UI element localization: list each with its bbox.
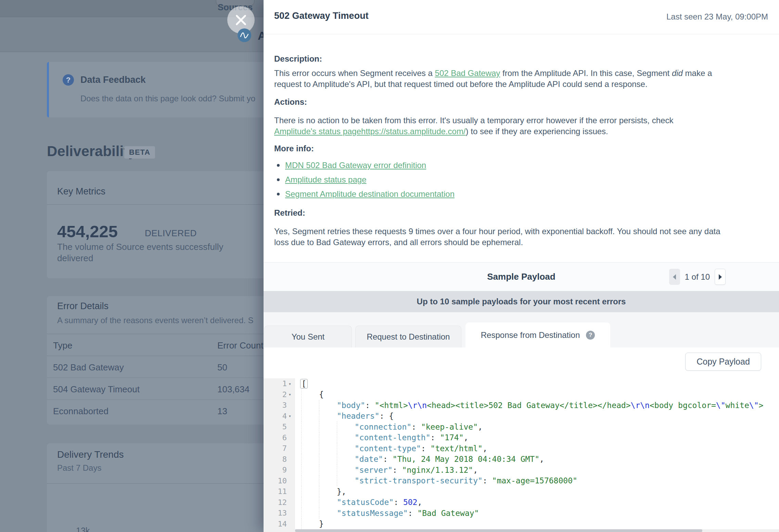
- gutter: 2▾: [264, 389, 295, 400]
- actions-line-2: Amplitude's status pagehttps://status.am…: [274, 126, 760, 137]
- cell-error-type: 502 Bad Gateway: [53, 362, 124, 373]
- indent-guide: [337, 454, 355, 465]
- fold-arrow-icon[interactable]: ▾: [287, 413, 293, 419]
- code-token: :: [383, 455, 393, 464]
- data-feedback-title: Data Feedback: [80, 75, 146, 85]
- code-token: "statusCode": [337, 498, 394, 507]
- link-502-bad-gateway[interactable]: 502 Bad Gateway: [435, 68, 500, 78]
- indent-guide: [337, 465, 355, 476]
- close-icon: [235, 14, 247, 26]
- retried-line-1: Yes, Segment retries these requests 9 ti…: [274, 226, 760, 237]
- code-token: <head><title>502 Bad Gateway</title></he…: [427, 401, 630, 410]
- bullet-icon: [277, 164, 280, 167]
- indent-guide: [301, 508, 319, 519]
- tab-request-to-destination[interactable]: Request to Destination: [355, 326, 461, 347]
- code-content: {: [295, 389, 324, 400]
- code-line: 14}: [264, 519, 779, 530]
- delivered-label: DELIVERED: [145, 228, 197, 239]
- description-label: Description:: [274, 54, 322, 64]
- code-token: "content-length": [355, 433, 431, 442]
- help-icon[interactable]: ?: [586, 331, 595, 340]
- indent-guide: [337, 421, 355, 432]
- scrollbar-thumb[interactable]: [295, 529, 702, 532]
- line-number: 9: [282, 466, 287, 474]
- code-line: 11},: [264, 486, 779, 497]
- list-item: MDN 502 Bad Gateway error definition: [274, 158, 455, 173]
- code-line: 7"content-type": "text/html",: [264, 443, 779, 454]
- tab-sources[interactable]: Sources: [216, 0, 255, 6]
- code-line: 6"content-length": "174",: [264, 432, 779, 443]
- code-line: 12"statusCode": 502,: [264, 497, 779, 508]
- tab-response-from-destination[interactable]: Response from Destination?: [465, 322, 610, 347]
- indent-guide: [301, 389, 319, 400]
- gutter: 6: [264, 432, 295, 443]
- code-line: 2▾{: [264, 389, 779, 400]
- code-token: :: [411, 422, 421, 431]
- code-content: "server": "nginx/1.13.12",: [295, 465, 478, 476]
- line-number: 6: [282, 433, 287, 442]
- indent-guide: [337, 476, 355, 486]
- actions-label: Actions:: [274, 97, 307, 107]
- indent-guide: [301, 411, 319, 422]
- actions-line-1: There is no action to be taken from this…: [274, 115, 760, 126]
- more-info-link[interactable]: MDN 502 Bad Gateway error definition: [285, 161, 426, 170]
- code-line: 10"strict-transport-security": "max-age=…: [264, 476, 779, 486]
- fold-arrow-icon[interactable]: ▾: [287, 392, 293, 397]
- more-info-link[interactable]: Amplitude status page: [285, 175, 366, 185]
- delivered-count: 454,225: [57, 222, 118, 241]
- payload-code-editor[interactable]: 1▾[2▾{3"body": "<html>\r\n<head><title>5…: [264, 378, 779, 529]
- gutter: 3: [264, 400, 295, 411]
- indent-guide: [319, 411, 337, 422]
- cell-error-type: Econnaborted: [53, 406, 108, 417]
- fold-arrow-icon[interactable]: ▾: [287, 381, 293, 387]
- code-token: "connection": [355, 422, 411, 431]
- copy-payload-button[interactable]: Copy Payload: [685, 353, 761, 371]
- data-feedback-body: Does the data on this page look odd? Sub…: [80, 94, 255, 103]
- sample-payload-banner: Up to 10 sample payloads for your most r…: [264, 291, 779, 312]
- pager-previous-button[interactable]: [669, 269, 680, 285]
- code-token: [: [300, 379, 308, 389]
- bullet-icon: [277, 193, 280, 195]
- cell-error-count: 13: [217, 406, 227, 417]
- code-token: "174": [440, 433, 463, 442]
- pager-next-button[interactable]: [715, 269, 726, 285]
- amplitude-logo-icon: [238, 28, 251, 42]
- line-number: 1: [282, 379, 287, 388]
- delivery-trends-subtitle: Past 7 Days: [57, 463, 101, 473]
- list-item: Amplitude status page: [274, 173, 455, 187]
- more-info-link[interactable]: Segment Amplitude destination documentat…: [285, 189, 455, 199]
- delivered-description: The volume of Source events successfully…: [57, 241, 256, 264]
- tab-label: Response from Destination: [481, 330, 580, 340]
- description-line-2: request to Amplitude's API, but that req…: [274, 79, 760, 90]
- line-number: 12: [278, 498, 287, 507]
- error-detail-panel: 502 Gateway Timeout Last seen 23 May, 09…: [264, 0, 779, 532]
- link-amplitude-status[interactable]: Amplitude's status pagehttps://status.am…: [274, 127, 466, 136]
- code-token: "content-type": [355, 444, 421, 453]
- tab-you-sent[interactable]: You Sent: [264, 326, 352, 347]
- more-info-list: MDN 502 Bad Gateway error definitionAmpl…: [274, 158, 455, 201]
- indent-guide: [319, 443, 337, 454]
- code-content: },: [295, 486, 346, 497]
- gutter: 12: [264, 497, 295, 508]
- line-number: 11: [278, 487, 287, 496]
- indent-guide: [301, 443, 319, 454]
- code-content: "content-length": "174",: [295, 432, 468, 443]
- code-token: <body bgcolor=: [650, 401, 716, 410]
- page-title: Deliverability: [47, 143, 136, 160]
- code-token: ,: [483, 444, 487, 453]
- code-token: },: [337, 487, 346, 496]
- more-info-label: More info:: [274, 144, 314, 153]
- code-token: "strict-transport-security": [355, 476, 483, 485]
- gutter: 1▾: [264, 378, 295, 389]
- indent-guide: [301, 497, 319, 508]
- gutter: 13: [264, 508, 295, 519]
- horizontal-scrollbar[interactable]: [264, 529, 779, 532]
- code-token: white: [726, 401, 749, 410]
- line-number: 14: [278, 520, 287, 528]
- cell-error-count: 103,634: [217, 384, 250, 395]
- code-token: :: [393, 466, 402, 474]
- chevron-left-icon: [673, 274, 676, 280]
- line-number: 3: [282, 401, 287, 409]
- code-token: "<html>: [375, 401, 408, 410]
- indent-guide: [319, 497, 337, 508]
